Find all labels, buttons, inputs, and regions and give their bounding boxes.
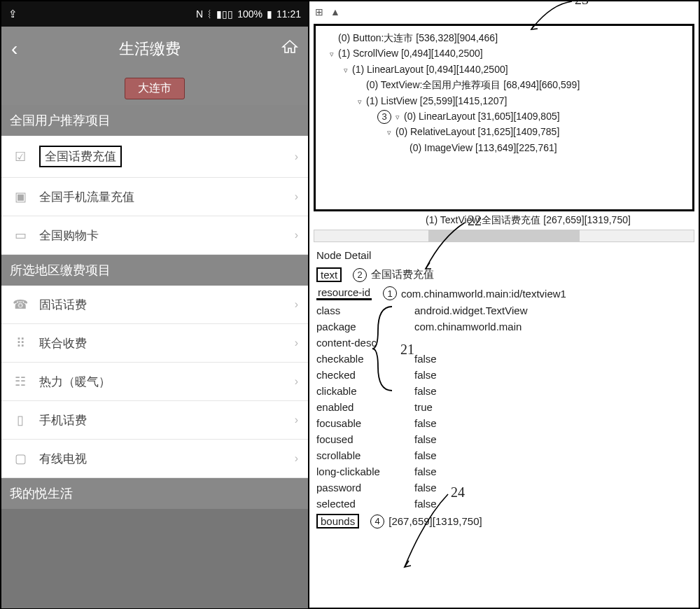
back-icon[interactable]: ‹ xyxy=(11,38,18,60)
detail-row: packagecom.chinamworld.main xyxy=(316,318,692,335)
tree-node-label: (1) LinearLayout [0,494][1440,2500] xyxy=(352,64,508,75)
detail-row: passwordfalse xyxy=(316,479,692,496)
tree-node-label: (1) ListView [25,599][1415,1207] xyxy=(366,95,507,106)
detail-value: true xyxy=(414,401,692,413)
list-item-label: 联合收费 xyxy=(39,335,87,351)
detail-key: enabled xyxy=(316,401,414,413)
tree-node[interactable]: (0) ImageView [113,649][225,761] xyxy=(318,140,690,155)
detail-value: 全国话费充值 xyxy=(371,268,692,281)
tv-icon: ▢ xyxy=(11,449,29,468)
battery-icon: ▮ xyxy=(267,8,272,20)
data-icon: ▣ xyxy=(11,188,29,206)
status-bar: ⇪ N ⧙ ▮▯▯ 100% ▮ 11:21 xyxy=(1,1,308,27)
chevron-right-icon: › xyxy=(295,375,298,388)
tree-node-label: (0) ImageView [113,649][225,761] xyxy=(410,142,557,153)
tree-node[interactable]: ▿(1) LinearLayout [0,494][1440,2500] xyxy=(318,62,690,77)
detail-key: focused xyxy=(316,433,414,445)
detail-value: false xyxy=(414,465,692,477)
detail-key: checkable xyxy=(316,353,414,365)
detail-value: android.widget.TextView xyxy=(414,304,692,316)
tree-node[interactable]: (0) Button:大连市 [536,328][904,466] xyxy=(318,30,690,46)
city-button[interactable]: 大连市 xyxy=(125,78,185,99)
city-row: 大连市 xyxy=(1,71,308,105)
page-title: 生活缴费 xyxy=(119,38,181,59)
clock: 11:21 xyxy=(276,8,301,20)
heat-icon: ☷ xyxy=(11,372,29,391)
region-list: ☎ 固话话费 › ⠿ 联合收费 › ☷ 热力（暖气） › xyxy=(1,286,308,478)
detail-value: false xyxy=(414,369,692,381)
list-item[interactable]: ▯ 手机话费 › xyxy=(1,401,308,440)
list-item[interactable]: ☎ 固话话费 › xyxy=(1,286,308,324)
chevron-right-icon: › xyxy=(295,190,298,203)
recommend-list: ☑ 全国话费充值 › ▣ 全国手机流量充值 › ▭ 全国购物卡 › xyxy=(1,136,308,255)
detail-key: class xyxy=(316,304,414,316)
detail-row: focusedfalse xyxy=(316,431,692,447)
home-icon[interactable] xyxy=(281,38,298,59)
mobile-icon: ▯ xyxy=(11,411,29,429)
detail-value: false xyxy=(414,385,692,397)
detail-row: enabledtrue xyxy=(316,399,692,415)
tree-node[interactable]: ▿(1) ListView [25,599][1415,1207] xyxy=(318,93,690,108)
detail-value: com.chinamworld.main:id/textview1 xyxy=(401,288,692,300)
tree-node[interactable]: ▿(1) ScrollView [0,494][1440,2500] xyxy=(318,46,690,61)
scrollbar-thumb[interactable] xyxy=(428,230,580,241)
detail-key: text xyxy=(316,267,342,282)
list-item-label: 全国购物卡 xyxy=(39,227,99,244)
list-item[interactable]: ⠿ 联合收费 › xyxy=(1,324,308,363)
detail-key: content-desc xyxy=(316,337,414,349)
tree-node[interactable]: ▿(0) RelativeLayout [31,625][1409,785] xyxy=(318,124,690,139)
expand-caret-icon[interactable]: ▿ xyxy=(330,48,338,61)
detail-key: resource-id xyxy=(316,286,372,300)
detail-key: checked xyxy=(316,369,414,381)
chevron-right-icon: › xyxy=(295,414,298,426)
annotation-mark: 2 xyxy=(353,268,367,282)
expand-caret-icon[interactable]: ▿ xyxy=(387,127,396,139)
warning-icon[interactable]: ▲ xyxy=(330,6,340,18)
tree-node-label: (0) LinearLayout [31,605][1409,805] xyxy=(404,111,560,122)
detail-row: selectedfalse xyxy=(316,496,692,512)
chevron-right-icon: › xyxy=(295,298,298,311)
detail-value: false xyxy=(414,433,692,445)
chevron-right-icon: › xyxy=(295,229,298,241)
expand-caret-icon[interactable]: ▿ xyxy=(396,111,404,124)
expand-caret-icon[interactable]: ▿ xyxy=(344,64,352,77)
detail-row: classandroid.widget.TextView xyxy=(316,302,692,318)
detail-row: focusablefalse xyxy=(316,415,692,431)
expand-caret-icon[interactable]: ▿ xyxy=(358,96,366,108)
detail-key: focusable xyxy=(316,417,414,429)
horizontal-scrollbar[interactable] xyxy=(314,230,694,242)
list-item[interactable]: ☷ 热力（暖气） › xyxy=(1,363,308,401)
detail-row: text2全国话费充值 xyxy=(316,265,692,284)
notification-icon: ⇪ xyxy=(8,8,18,20)
list-item-label: 全国手机流量充值 xyxy=(39,189,134,205)
app-navbar: ‹ 生活缴费 xyxy=(1,27,308,71)
tree-node[interactable]: (0) TextView:全国用户推荐项目 [68,494][660,599] xyxy=(318,77,690,92)
tree-panel[interactable]: (0) Button:大连市 [536,328][904,466]▿(1) Sc… xyxy=(314,24,694,211)
list-item[interactable]: ▢ 有线电视 › xyxy=(1,440,308,478)
tree-node-label: (0) Button:大连市 [536,328][904,466] xyxy=(338,32,498,43)
topup-icon: ☑ xyxy=(11,148,29,166)
list-item[interactable]: ▣ 全国手机流量充值 › xyxy=(1,178,308,216)
annotation-mark: 3 xyxy=(377,110,391,124)
list-item-label: 全国话费充值 xyxy=(39,146,122,167)
list-item-label: 有线电视 xyxy=(39,451,87,467)
tree-overflow-line: (1) TextView:全国话费充值 [267,659][1319,750] xyxy=(314,214,694,227)
expand-icon[interactable]: ⊞ xyxy=(315,6,323,18)
detail-value: false xyxy=(414,417,692,429)
inspector-panel: ⊞ ▲ (0) Button:大连市 [536,328][904,466]▿(1… xyxy=(309,1,699,608)
list-item-label: 固话话费 xyxy=(39,297,87,313)
detail-row: bounds4[267,659][1319,750] xyxy=(316,512,692,531)
detail-value: [267,659][1319,750] xyxy=(388,515,692,527)
detail-value: false xyxy=(414,482,692,493)
section-header-recommend: 全国用户推荐项目 xyxy=(1,105,308,136)
detail-key: selected xyxy=(316,498,414,510)
signal-icon: ▮▯▯ xyxy=(216,8,233,20)
list-item[interactable]: ☑ 全国话费充值 › xyxy=(1,136,308,178)
detail-row: resource-id1com.chinamworld.main:id/text… xyxy=(316,284,692,302)
section-header-footer: 我的悦生活 xyxy=(1,478,308,509)
detail-row: clickablefalse xyxy=(316,383,692,399)
tree-node[interactable]: 3▿(0) LinearLayout [31,605][1409,805] xyxy=(318,108,690,124)
list-item[interactable]: ▭ 全国购物卡 › xyxy=(1,216,308,255)
card-icon: ▭ xyxy=(11,226,29,244)
tree-toolbar: ⊞ ▲ xyxy=(309,1,699,22)
